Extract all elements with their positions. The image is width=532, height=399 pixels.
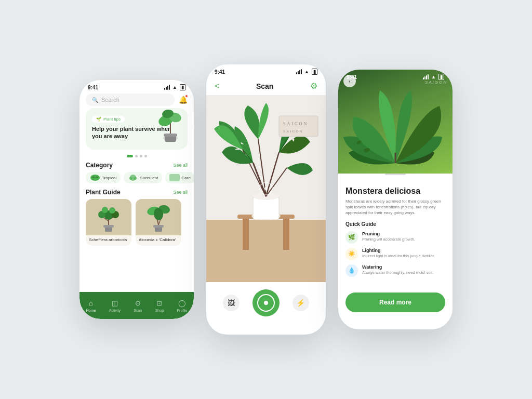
svg-point-9 [129, 177, 132, 180]
pruning-desc: Pruning will accelerate growth. [362, 237, 445, 242]
signal-icon [164, 85, 170, 90]
read-more-button[interactable]: Read more [345, 292, 445, 312]
guide-pruning: 🌿 Pruning Pruning will accelerate growth… [345, 231, 445, 244]
svg-rect-23 [153, 225, 164, 228]
nav-shop[interactable]: ⊡ Shop [155, 299, 164, 312]
hero-card: 🌱 Plant tips Help your plant survive whe… [86, 108, 188, 150]
plant-guide-grid: Schefflera arboricola Alocasia x 'Calido… [79, 199, 194, 246]
center-wifi-icon: ▲ [304, 69, 309, 74]
guide-lighting: ☀️ Lighting Indirect light is ideal for … [345, 248, 445, 260]
gallery-icon: 🖼 [228, 299, 235, 307]
scan-title: Scan [256, 82, 273, 90]
flash-button[interactable]: ⚡ [292, 295, 309, 311]
center-battery-icon: ▮ [312, 69, 317, 75]
lighting-desc: Indirect light is ideal for this jungle … [362, 254, 445, 259]
dot-1 [127, 155, 133, 157]
chip-label-tropical: Tropical [102, 176, 116, 180]
category-chips: Tropical Succulent Garc [79, 172, 194, 183]
center-signal-icon [296, 69, 302, 74]
svg-text:SAIGON: SAIGON [283, 129, 303, 134]
home-icon: ⌂ [87, 299, 95, 308]
scan-header: < Scan ⚙ [206, 77, 326, 95]
pruning-text: Pruning Pruning will accelerate growth. [362, 231, 445, 242]
status-bar-left: 9:41 ▲ ▮ [79, 80, 194, 92]
wifi-icon: ▲ [172, 85, 177, 90]
nav-profile[interactable]: ◯ Profile [177, 299, 187, 312]
right-phone: 9:41 ▲ ▮ ‹ SAIGON [338, 70, 453, 329]
pruning-icon: 🌿 [345, 231, 358, 244]
scan-nav-icon: ⊙ [134, 299, 142, 308]
battery-icon: ▮ [180, 84, 185, 90]
time-left: 9:41 [88, 85, 98, 90]
nav-label-activity: Activity [109, 309, 121, 312]
plant-card-alocasia[interactable]: Alocasia x 'Calidora' [136, 199, 181, 246]
settings-button[interactable]: ⚙ [310, 81, 317, 91]
quick-guide-title: Quick Guide [345, 221, 445, 227]
plant-guide-see-all[interactable]: See all [173, 190, 188, 195]
watering-label: Watering [362, 264, 445, 270]
search-icon: 🔍 [92, 97, 98, 103]
capture-dot [264, 301, 268, 305]
plant-guide-title: Plant Guide [86, 189, 121, 196]
svg-text:SAIGON: SAIGON [283, 122, 308, 126]
guide-watering: 💧 Watering Always water thoroughly, need… [345, 264, 445, 277]
flash-icon: ⚡ [296, 299, 305, 307]
nav-activity[interactable]: ◫ Activity [109, 299, 121, 312]
dot-3 [140, 155, 142, 157]
left-phone: 9:41 ▲ ▮ 🔍 Search 🔔 [79, 80, 194, 319]
badge-text: Plant tips [103, 117, 121, 122]
nav-home[interactable]: ⌂ Home [86, 299, 96, 312]
notification-btn[interactable]: 🔔 [179, 95, 188, 104]
svg-rect-32 [243, 219, 249, 250]
phones-container: 9:41 ▲ ▮ 🔍 Search 🔔 [79, 64, 453, 335]
category-chip-succulent[interactable]: Succulent [124, 172, 162, 183]
capture-button-wrapper [252, 289, 280, 316]
plant-detail: Monstera deliciosa Monsteras are widely … [338, 180, 453, 287]
chip-label-garden: Garc [181, 176, 190, 180]
nav-label-shop: Shop [155, 309, 164, 312]
svg-point-10 [134, 177, 137, 180]
svg-point-45 [264, 187, 268, 190]
back-button-center[interactable]: < [215, 82, 219, 91]
activity-icon: ◫ [111, 299, 119, 308]
center-status-icons: ▲ ▮ [296, 69, 317, 75]
watering-icon: 💧 [345, 264, 358, 277]
svg-rect-2 [164, 134, 177, 137]
plant-name-alocasia: Alocasia x 'Calidora' [136, 235, 181, 246]
nav-label-home: Home [86, 309, 96, 312]
drag-indicator [385, 174, 406, 175]
lighting-text: Lighting Indirect light is ideal for thi… [362, 248, 445, 259]
center-phone: 9:41 ▲ ▮ < Scan ⚙ [206, 64, 326, 335]
plant-name-title: Monstera deliciosa [345, 187, 445, 196]
gallery-button[interactable]: 🖼 [223, 295, 240, 311]
plant-card-schefflera[interactable]: Schefflera arboricola [86, 199, 131, 246]
category-chip-garden[interactable]: Garc [165, 172, 194, 183]
carousel-dots [79, 155, 194, 157]
svg-rect-33 [283, 219, 289, 250]
scan-viewport: SAIGON SAIGON [206, 95, 326, 282]
plant-description: Monsteras are widely admired for their g… [345, 198, 445, 216]
svg-point-20 [102, 207, 108, 213]
svg-rect-46 [279, 116, 318, 137]
nav-label-scan: Scan [134, 309, 142, 312]
leaf-badge-icon: 🌱 [96, 117, 101, 122]
category-chip-tropical[interactable]: Tropical [86, 172, 121, 183]
hero-plant-illustration [155, 108, 185, 145]
nav-label-profile: Profile [177, 309, 187, 312]
svg-rect-13 [103, 225, 114, 228]
search-placeholder: Search [101, 97, 119, 103]
dot-4 [144, 155, 147, 157]
plant-guide-header: Plant Guide See all [79, 189, 194, 196]
nav-scan[interactable]: ⊙ Scan [134, 299, 142, 312]
search-bar[interactable]: 🔍 Search [86, 94, 175, 106]
watering-desc: Always water thoroughly, need moist soil… [362, 270, 445, 275]
category-see-all[interactable]: See all [173, 163, 188, 168]
time-center: 9:41 [215, 69, 225, 75]
profile-icon: ◯ [178, 299, 186, 308]
watering-text: Watering Always water thoroughly, need m… [362, 264, 445, 275]
capture-button[interactable] [252, 289, 280, 316]
svg-rect-11 [169, 174, 180, 181]
scan-actions: 🖼 ⚡ [206, 282, 326, 324]
bottom-nav: ⌂ Home ◫ Activity ⊙ Scan ⊡ Shop ◯ Profil… [79, 292, 194, 319]
dot-2 [135, 155, 138, 157]
